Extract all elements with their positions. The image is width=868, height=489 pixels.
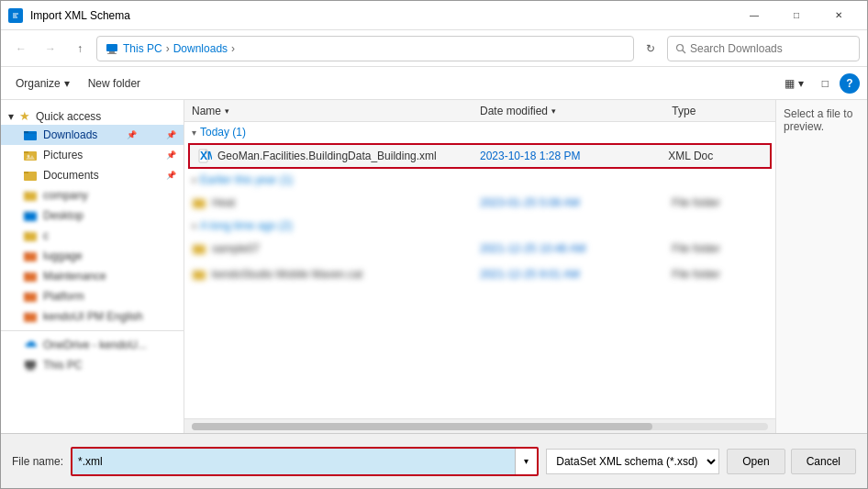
svg-rect-21 bbox=[24, 272, 37, 282]
sidebar-item-c[interactable]: c bbox=[1, 226, 184, 246]
up-button[interactable]: ↑ bbox=[67, 36, 93, 61]
file-row-kendostudio[interactable]: kendoStudio Mobile Maven.cat 2021-12-25 … bbox=[184, 261, 775, 287]
pin-icon: 📌 bbox=[127, 130, 137, 139]
sample07-folder-icon bbox=[192, 241, 206, 256]
group-today[interactable]: ▾ Today (1) bbox=[184, 122, 775, 142]
sidebar-item-kendoui[interactable]: kendoUI PM English bbox=[1, 306, 184, 327]
svg-rect-23 bbox=[24, 293, 37, 302]
horizontal-scrollbar[interactable] bbox=[184, 418, 775, 433]
search-icon bbox=[675, 43, 686, 54]
close-button[interactable]: ✕ bbox=[818, 1, 860, 30]
organize-button[interactable]: Organize ▾ bbox=[8, 71, 77, 96]
sidebar-item-downloads[interactable]: Downloads 📌 bbox=[1, 125, 184, 145]
sidebar-item-documents[interactable]: Documents 📌 bbox=[1, 165, 184, 185]
svg-rect-29 bbox=[26, 370, 35, 371]
layout-icon: □ bbox=[822, 77, 829, 90]
help-button[interactable]: ? bbox=[840, 73, 860, 94]
group-earlier[interactable]: ▾ Earlier this year (1) bbox=[184, 170, 775, 190]
cancel-button[interactable]: Cancel bbox=[791, 449, 856, 474]
col-type-label: Type bbox=[672, 105, 696, 117]
onedrive-icon bbox=[23, 338, 38, 352]
path-downloads[interactable]: Downloads bbox=[173, 42, 228, 55]
sidebar-item-desktop[interactable]: Desktop bbox=[1, 206, 184, 226]
back-button[interactable]: ← bbox=[8, 36, 34, 61]
sort-icon: ▾ bbox=[225, 106, 229, 116]
file-row-heat[interactable]: Heat 2023-01-25 5:08 AM File folder bbox=[184, 190, 775, 216]
minimize-button[interactable]: — bbox=[733, 1, 775, 30]
luggage-folder-icon bbox=[23, 249, 38, 263]
open-button[interactable]: Open bbox=[727, 449, 785, 474]
file-type-kendostudio: File folder bbox=[672, 268, 768, 281]
svg-rect-24 bbox=[24, 293, 28, 295]
view-button[interactable]: ▦ ▾ bbox=[777, 71, 811, 96]
file-name-heat: Heat bbox=[212, 196, 235, 209]
file-type-select[interactable]: DataSet XML schema (*.xsd) All Files (*.… bbox=[547, 454, 718, 469]
svg-rect-35 bbox=[193, 245, 197, 247]
maintenance-folder-icon bbox=[23, 269, 38, 283]
sidebar-item-thispc[interactable]: This PC bbox=[1, 355, 184, 375]
sort-icon-date: ▾ bbox=[551, 106, 556, 116]
search-input[interactable] bbox=[690, 42, 851, 55]
group-longtime[interactable]: ▾ A long time ago (2) bbox=[184, 216, 775, 236]
svg-rect-14 bbox=[24, 192, 28, 194]
sidebar-item-platform[interactable]: Platform bbox=[1, 286, 184, 306]
svg-rect-1 bbox=[106, 44, 117, 51]
svg-rect-33 bbox=[193, 199, 197, 201]
window-controls: — □ ✕ bbox=[733, 1, 860, 30]
address-path[interactable]: This PC › Downloads › bbox=[96, 36, 634, 61]
col-type-header[interactable]: Type bbox=[672, 105, 768, 117]
path-thispc[interactable]: This PC bbox=[123, 42, 162, 55]
file-date-sample07: 2021-12-25 10:48 AM bbox=[480, 242, 672, 255]
sidebar-label-platform: Platform bbox=[43, 290, 84, 303]
svg-line-5 bbox=[683, 50, 686, 53]
svg-rect-15 bbox=[24, 212, 37, 221]
refresh-button[interactable]: ↻ bbox=[638, 36, 663, 61]
svg-rect-28 bbox=[28, 368, 33, 370]
sidebar-item-company[interactable]: company bbox=[1, 185, 184, 206]
kendoui-folder-icon bbox=[23, 309, 38, 324]
svg-rect-32 bbox=[193, 199, 206, 208]
sidebar-label-documents: Documents bbox=[43, 169, 99, 182]
chevron-earlier: ▾ bbox=[192, 175, 196, 185]
forward-button[interactable]: → bbox=[38, 36, 63, 61]
col-name-label: Name bbox=[192, 105, 221, 117]
file-name-input[interactable] bbox=[72, 449, 515, 474]
file-name-xml: GeoMan.Facilities.BuildingData_Building.… bbox=[217, 150, 437, 162]
svg-rect-9 bbox=[24, 151, 28, 153]
layout-button[interactable]: □ bbox=[815, 71, 836, 96]
sidebar-label-maintenance: Maintenance bbox=[43, 270, 106, 283]
file-date-kendostudio: 2021-12-25 9:01 AM bbox=[480, 268, 672, 281]
sidebar-item-maintenance[interactable]: Maintenance bbox=[1, 266, 184, 286]
search-box[interactable] bbox=[667, 36, 860, 61]
new-folder-button[interactable]: New folder bbox=[81, 71, 148, 96]
maximize-button[interactable]: □ bbox=[775, 1, 818, 30]
sidebar-item-luggage[interactable]: luggage bbox=[1, 246, 184, 266]
downloads-folder-icon bbox=[23, 128, 38, 142]
dialog: Import XML Schema — □ ✕ ← → ↑ This PC › … bbox=[0, 0, 868, 489]
desktop-folder-icon bbox=[23, 208, 38, 223]
file-list-body[interactable]: ▾ Today (1) XML GeoMan.Facilities.Buildi… bbox=[184, 122, 775, 418]
file-row-sample07[interactable]: sample07 2021-12-25 10:48 AM File folder bbox=[184, 236, 775, 261]
svg-rect-13 bbox=[24, 192, 37, 201]
svg-rect-16 bbox=[24, 212, 28, 214]
svg-rect-36 bbox=[193, 271, 206, 280]
svg-rect-20 bbox=[24, 252, 28, 254]
quick-access-header[interactable]: ▾ ★ Quick access bbox=[1, 107, 184, 125]
chevron-longtime: ▾ bbox=[192, 221, 196, 231]
svg-rect-18 bbox=[24, 232, 28, 234]
file-area: Name ▾ Date modified ▾ Type ▾ Today (1) bbox=[184, 100, 775, 433]
col-date-header[interactable]: Date modified ▾ bbox=[480, 105, 672, 117]
chevron-down-icon: ▾ bbox=[8, 110, 14, 123]
file-row-xml[interactable]: XML GeoMan.Facilities.BuildingData_Build… bbox=[188, 143, 772, 169]
col-name-header[interactable]: Name ▾ bbox=[192, 105, 480, 117]
sidebar-item-pictures[interactable]: Pictures 📌 bbox=[1, 145, 184, 165]
file-type-xml: XML Doc bbox=[668, 150, 762, 162]
scrollbar-thumb[interactable] bbox=[192, 423, 652, 430]
svg-rect-27 bbox=[25, 361, 36, 368]
file-type-sample07: File folder bbox=[672, 242, 768, 255]
col-date-label: Date modified bbox=[480, 105, 548, 117]
sidebar-item-onedrive[interactable]: OneDrive - kendoU... bbox=[1, 335, 184, 355]
file-name-dropdown-btn[interactable]: ▾ bbox=[515, 449, 537, 474]
toolbar-right: ▦ ▾ □ ? bbox=[777, 71, 860, 96]
file-date-heat: 2023-01-25 5:08 AM bbox=[480, 196, 672, 209]
